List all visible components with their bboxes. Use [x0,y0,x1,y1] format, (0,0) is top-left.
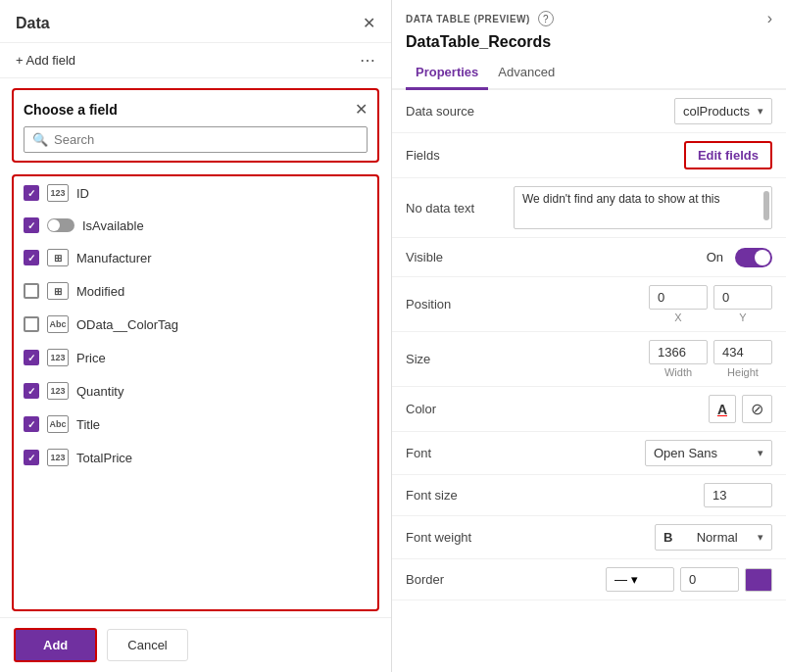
font-weight-label: Font weight [406,530,514,545]
chevron-right-icon[interactable]: › [767,10,772,27]
list-item[interactable]: 123 Price [14,341,377,374]
list-item[interactable]: ⊞ Modified [14,274,377,308]
position-x-input[interactable] [649,285,708,310]
chevron-down-icon: ▾ [758,105,763,118]
position-value: X Y [514,285,772,323]
font-label: Font [406,446,514,460]
checkbox-isavailable[interactable] [24,217,39,233]
checkbox-modified[interactable] [24,283,39,299]
add-field-bar: + Add field ⋯ [0,43,391,78]
component-name: DataTable_Records [392,31,786,57]
close-icon[interactable]: ✕ [363,14,375,32]
color-a-icon: A [717,402,727,417]
list-item[interactable]: IsAvailable [14,210,377,241]
size-inputs: Width Height [649,340,772,378]
type-icon-123: 123 [47,382,69,400]
chevron-down-icon: ▾ [758,447,763,459]
y-label: Y [713,312,772,323]
type-icon-abc: Abc [47,315,69,333]
position-label: Position [406,297,514,312]
choose-field-close-icon[interactable]: ✕ [355,100,368,119]
no-data-text-label: No data text [406,201,514,216]
more-options-icon[interactable]: ⋯ [360,51,375,70]
panel-label: DATA TABLE (PREVIEW) [406,14,530,24]
prop-row-border: Border — ▾ [392,559,786,600]
type-icon-123: 123 [47,349,69,366]
list-item[interactable]: 123 Quantity [14,374,377,408]
search-box: 🔍 [24,126,368,153]
right-panel: DATA TABLE (PREVIEW) ? › DataTable_Recor… [392,0,786,672]
position-inputs: X Y [649,285,772,323]
field-name: ID [76,186,89,201]
checkbox-odata[interactable] [24,316,39,332]
prop-row-no-data: No data text We didn't find any data to … [392,178,786,238]
size-label: Size [406,352,514,366]
bottom-buttons: Add Cancel [0,617,391,672]
position-y-input[interactable] [713,285,772,310]
fields-label: Fields [406,148,514,163]
prop-row-visible: Visible On [392,238,786,277]
size-width-input[interactable] [649,340,708,364]
field-name: TotalPrice [76,451,132,465]
list-item[interactable]: 123 ID [14,176,377,210]
list-item[interactable]: 123 TotalPrice [14,441,377,474]
checkbox-id[interactable] [24,185,39,201]
cancel-button[interactable]: Cancel [107,629,187,661]
no-data-text-value: We didn't find any data to show at this [514,186,772,229]
panel-header-left: DATA TABLE (PREVIEW) ? [406,11,554,26]
prop-row-fields: Fields Edit fields [392,133,786,178]
border-color-swatch[interactable] [745,568,772,592]
list-item[interactable]: ⊞ Manufacturer [14,241,377,274]
edit-fields-button[interactable]: Edit fields [684,141,772,169]
checkbox-quantity[interactable] [24,383,39,399]
properties-content: Data source colProducts ▾ Fields Edit fi… [392,90,786,672]
checkbox-price[interactable] [24,350,39,365]
add-button[interactable]: Add [14,628,97,662]
border-style-dropdown[interactable]: — ▾ [606,567,674,592]
size-height-input[interactable] [713,340,772,364]
color-label: Color [406,402,514,416]
border-width-input[interactable] [680,567,739,592]
choose-field-container: Choose a field ✕ 🔍 [12,88,379,163]
add-field-button[interactable]: + Add field [16,53,75,68]
color-fill-button[interactable]: ⊘ [742,395,772,423]
type-icon-toggle [47,218,74,232]
checkbox-title[interactable] [24,416,39,432]
checkbox-totalprice[interactable] [24,450,39,465]
chevron-down-icon: ▾ [631,572,638,587]
field-name: OData__ColorTag [76,317,178,332]
data-panel-title: Data [16,15,50,32]
search-input[interactable] [54,132,359,147]
visible-value: On [514,248,772,267]
fields-list: 123 ID IsAvailable ⊞ Manufacturer ⊞ Modi… [12,174,379,611]
field-name: Modified [76,284,124,299]
prop-row-font-weight: Font weight B Normal ▾ [392,516,786,559]
no-data-text-input[interactable]: We didn't find any data to show at this [514,186,772,229]
x-label: X [649,312,708,323]
prop-row-data-source: Data source colProducts ▾ [392,90,786,133]
type-icon-grid: ⊞ [47,282,69,300]
font-size-input[interactable] [704,483,772,507]
type-icon-123: 123 [47,184,69,202]
font-value: Open Sans ▾ [514,440,772,466]
tab-advanced[interactable]: Advanced [488,57,565,90]
data-source-dropdown[interactable]: colProducts ▾ [674,98,772,124]
left-header: Data ✕ [0,0,391,43]
font-weight-value: B Normal ▾ [514,524,772,551]
field-name: IsAvailable [82,218,144,233]
tab-properties[interactable]: Properties [406,57,488,90]
font-size-value [514,483,772,507]
color-text-button[interactable]: A [709,395,736,423]
help-icon[interactable]: ? [538,11,554,26]
list-item[interactable]: Abc OData__ColorTag [14,308,377,341]
size-value: Width Height [514,340,772,378]
chevron-down-icon: ▾ [758,531,763,544]
checkbox-manufacturer[interactable] [24,250,39,265]
font-weight-dropdown[interactable]: B Normal ▾ [655,524,772,551]
field-name: Price [76,351,106,365]
field-name: Title [76,417,100,432]
data-source-label: Data source [406,104,514,119]
list-item[interactable]: Abc Title [14,408,377,441]
visible-toggle[interactable] [735,248,772,267]
font-dropdown[interactable]: Open Sans ▾ [645,440,772,466]
